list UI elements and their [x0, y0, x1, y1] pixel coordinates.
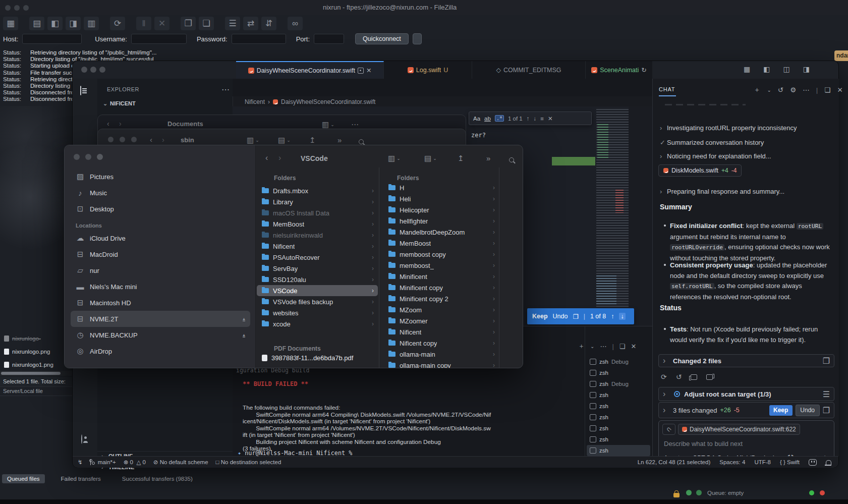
copy-file-icon[interactable]: ❐: [573, 313, 578, 320]
filezilla-toolbar-icon[interactable]: [173, 17, 178, 30]
terminal-list-item[interactable]: zsh: [587, 401, 650, 412]
folder-row[interactable]: Nificent›: [257, 241, 378, 252]
forward-icon[interactable]: ›: [119, 120, 122, 128]
keep-button[interactable]: Keep: [532, 313, 548, 320]
whole-word-toggle[interactable]: ab: [484, 116, 491, 122]
close-icon[interactable]: [74, 154, 80, 160]
chat-title[interactable]: CHAT: [659, 86, 675, 92]
changed-file-chip[interactable]: DiskModels.swift +4 -4: [658, 164, 742, 177]
filezilla-toolbar-icon[interactable]: ❏: [199, 17, 214, 30]
folder-row[interactable]: Drafts.mbox›: [257, 185, 378, 196]
editor-scrollbar[interactable]: [629, 106, 652, 326]
next-diff-icon[interactable]: ↓: [619, 313, 625, 320]
quickconnect-button[interactable]: Quickconnect: [355, 33, 409, 44]
share-icon[interactable]: ↥: [458, 154, 464, 163]
folder-row[interactable]: Minificent copy 2›: [383, 293, 499, 304]
terminal-list-item[interactable]: zsh Debug: [587, 378, 650, 389]
folder-row[interactable]: Helicopter›: [383, 204, 499, 215]
folder-row[interactable]: Nificent›: [383, 326, 499, 338]
group-icon[interactable]: ▤ ⌄: [278, 136, 291, 145]
layout-icon[interactable]: ◫: [783, 65, 789, 73]
layout-icon[interactable]: ▦: [744, 65, 750, 73]
layout-icon[interactable]: ◨: [803, 65, 810, 73]
sidebar-item[interactable]: ▬Niels's Mac mini: [71, 278, 250, 295]
history-icon[interactable]: ↺: [778, 86, 783, 94]
scrollbar-thumb[interactable]: [1, 372, 61, 375]
folder-row[interactable]: memboost_›: [383, 260, 499, 271]
sidebar-item[interactable]: ◎AirDrop: [71, 343, 250, 359]
encoding[interactable]: UTF-8: [754, 459, 771, 465]
sidebar-item[interactable]: ☁iCloud Drive: [71, 230, 250, 246]
filezilla-toolbar-icon[interactable]: ❐: [181, 17, 196, 30]
host-input[interactable]: [22, 34, 82, 44]
folder-row[interactable]: MZoom›: [383, 304, 499, 315]
chevron-down-icon[interactable]: ⌄: [767, 87, 771, 93]
gear-icon[interactable]: ⚙: [790, 86, 796, 94]
filezilla-toolbar-icon[interactable]: ‖: [136, 17, 151, 30]
copy-file-icon[interactable]: ❐: [823, 356, 830, 366]
folder-row[interactable]: MandelbrotDeepZoom›: [383, 227, 499, 238]
queue-tab[interactable]: Failed transfers: [56, 474, 106, 483]
next-match-icon[interactable]: ↓: [533, 116, 536, 122]
terminal-prompt[interactable]: ✦ nur@Nielss-Mac-mini Nificent %: [238, 450, 352, 457]
indentation[interactable]: Spaces: 4: [719, 459, 745, 465]
filezilla-toolbar-icon[interactable]: [279, 17, 285, 30]
changed-files-box[interactable]: ›Changed 2 files ❐: [658, 354, 834, 367]
search-icon[interactable]: [509, 155, 514, 164]
folder-row[interactable]: Heli›: [383, 193, 499, 204]
scheme-item[interactable]: ⊘ No default scheme: [153, 459, 208, 466]
folder-row[interactable]: ServBay›: [257, 263, 378, 274]
filezilla-toolbar-icon[interactable]: ⇄: [243, 17, 258, 30]
folder-row[interactable]: macOS Install Data›: [257, 207, 378, 218]
forward-icon[interactable]: ›: [162, 135, 164, 144]
share-icon[interactable]: ↥: [309, 136, 316, 145]
chat-progress-item[interactable]: ›Investigating rootURL property inconsis…: [660, 124, 797, 132]
sidebar-item[interactable]: ♪Music: [71, 185, 250, 201]
overflow-icon[interactable]: »: [486, 154, 490, 162]
regex-toggle[interactable]: .*: [495, 115, 504, 122]
queue-tab[interactable]: Queued files: [2, 474, 45, 483]
maximize-panel-icon[interactable]: ❏: [619, 343, 626, 350]
remote-indicator[interactable]: ↯: [78, 459, 83, 466]
group-icon[interactable]: ▤ ⌄: [424, 154, 437, 163]
filezilla-toolbar-icon[interactable]: [128, 17, 133, 30]
filezilla-toolbar-icon[interactable]: ▦: [3, 17, 18, 30]
terminal-list-item[interactable]: zsh: [587, 445, 650, 456]
chat-progress-item[interactable]: ›Preparing final response and summary...: [660, 188, 784, 195]
minimize-icon[interactable]: [85, 154, 91, 160]
folder-row[interactable]: VSCode›: [257, 285, 378, 296]
tab-daisywheelscenecoordinator[interactable]: DaisyWheelSceneCoordinator.swift ✕: [236, 61, 384, 79]
more-actions-icon[interactable]: ⋯: [221, 85, 230, 94]
chat-input-placeholder[interactable]: Describe what to build next: [664, 440, 743, 447]
password-input[interactable]: [232, 34, 286, 44]
zoom-icon[interactable]: [23, 5, 29, 11]
checklist-icon[interactable]: ☰: [823, 389, 830, 399]
folder-row[interactable]: VSVode files backup›: [257, 296, 378, 307]
folder-row[interactable]: MZoomer›: [383, 315, 499, 326]
folder-row[interactable]: hellfighter›: [383, 215, 499, 227]
new-terminal-icon[interactable]: ＋: [578, 342, 585, 351]
chat-progress-item[interactable]: ›Noticing need for explanation field...: [660, 152, 771, 160]
folder-row[interactable]: Nificent copy›: [383, 338, 499, 349]
chat-progress-item[interactable]: ✓Summarized conversation history: [660, 139, 764, 146]
filezilla-toolbar-icon[interactable]: ◧: [47, 17, 63, 30]
close-icon[interactable]: ✕: [837, 86, 842, 94]
forward-icon[interactable]: ›: [278, 153, 281, 162]
copy-file-icon[interactable]: ❐: [823, 406, 830, 415]
copilot-icon[interactable]: [809, 459, 817, 466]
more-actions-icon[interactable]: ⋯: [803, 86, 810, 94]
sidebar-item[interactable]: ⊡Desktop: [71, 201, 250, 217]
bell-icon[interactable]: [826, 460, 831, 465]
more-actions-icon[interactable]: ⋯: [351, 120, 359, 129]
eject-icon[interactable]: ▴: [243, 332, 245, 338]
eject-icon[interactable]: ▴: [243, 316, 245, 321]
new-chat-icon[interactable]: ＋: [754, 85, 761, 94]
terminal-list-item[interactable]: zsh Debug: [587, 356, 650, 367]
folder-row[interactable]: H›: [383, 182, 499, 193]
destination-item[interactable]: □ No destination selected: [216, 459, 281, 465]
folder-row[interactable]: Minificent copy›: [383, 282, 499, 293]
back-icon[interactable]: ‹: [107, 120, 109, 128]
folder-row[interactable]: ollama-main›: [383, 349, 499, 360]
quickconnect-dropdown[interactable]: [413, 33, 422, 44]
terminal-list-item[interactable]: zsh: [587, 367, 650, 378]
